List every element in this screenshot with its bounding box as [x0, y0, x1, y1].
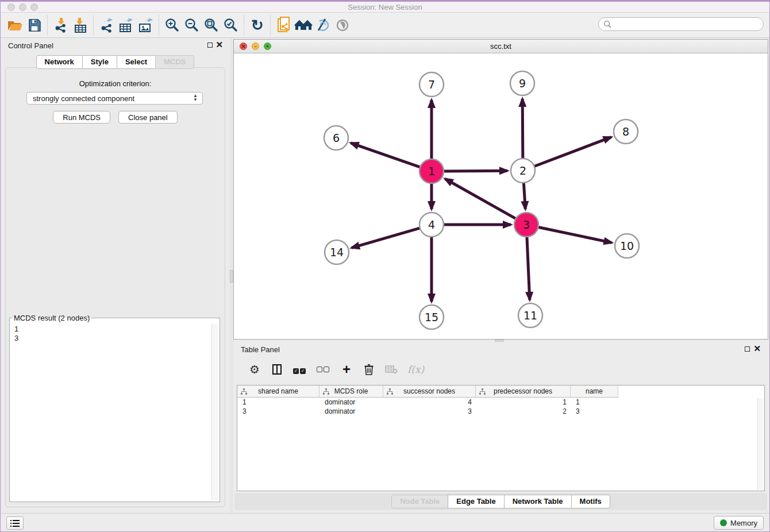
tab-style[interactable]: Style: [82, 55, 117, 69]
import-table-icon: [73, 17, 88, 33]
table-scrollbar[interactable]: [757, 398, 764, 490]
network-graph-canvas[interactable]: 7968124314101511: [234, 53, 768, 339]
deselect-all-button[interactable]: [317, 363, 330, 376]
graph-node-11[interactable]: 11: [518, 303, 542, 327]
graph-edge-1-2[interactable]: [442, 171, 507, 171]
graph-node-10[interactable]: 10: [615, 234, 639, 258]
control-panel: Control Panel ✕ Network Style Select MCD…: [1, 38, 230, 513]
zoom-in-button[interactable]: [163, 16, 182, 35]
hierarchy-icon: [387, 388, 393, 395]
run-mcds-button[interactable]: Run MCDS: [53, 111, 110, 124]
tab-node-table[interactable]: Node Table: [391, 495, 448, 508]
zoom-selected-icon: [223, 17, 239, 33]
mcds-result-text[interactable]: 1 3: [11, 323, 218, 500]
open-session-button[interactable]: [5, 16, 25, 35]
result-scrollbar[interactable]: [211, 323, 218, 500]
show-columns-button[interactable]: [271, 363, 283, 376]
graph-node-15[interactable]: 15: [419, 305, 444, 329]
close-panel-icon[interactable]: ✕: [215, 40, 223, 50]
cell-successor-nodes[interactable]: 4: [383, 398, 476, 407]
graph-edge-1-6[interactable]: [351, 143, 421, 168]
graph-node-label: 4: [428, 218, 435, 231]
cell-mcds-role[interactable]: dominator: [319, 407, 383, 416]
tab-motifs[interactable]: Motifs: [571, 495, 610, 508]
column-header-mcds-role[interactable]: MCDS role: [319, 385, 383, 398]
tab-network-table[interactable]: Network Table: [504, 495, 572, 508]
graph-edge-3-11[interactable]: [527, 236, 530, 300]
delete-table-icon: [385, 365, 398, 374]
graph-edge-3-10[interactable]: [537, 227, 612, 242]
float-table-panel-icon[interactable]: [745, 346, 750, 352]
hide-panels-button[interactable]: [313, 16, 333, 35]
export-network-button[interactable]: [97, 16, 117, 35]
export-table-button[interactable]: [117, 16, 136, 35]
import-network-button[interactable]: [51, 16, 71, 35]
show-panels-button[interactable]: [333, 16, 352, 35]
graph-node-3[interactable]: 3: [514, 213, 538, 237]
graph-node-6[interactable]: 6: [324, 126, 348, 150]
function-builder-button[interactable]: f(x): [407, 363, 424, 376]
cell-successor-nodes[interactable]: 3: [383, 407, 476, 416]
tab-select[interactable]: Select: [117, 55, 156, 69]
zoom-fit-button[interactable]: [202, 16, 221, 35]
column-header-predecessor-nodes[interactable]: predecessor nodes: [476, 385, 571, 398]
add-column-button[interactable]: +: [340, 363, 353, 376]
graph-node-2[interactable]: 2: [511, 159, 535, 183]
task-history-button[interactable]: [6, 516, 24, 530]
close-panel-button[interactable]: Close panel: [118, 111, 178, 124]
column-header-successor-nodes[interactable]: successor nodes: [383, 385, 476, 398]
cell-predecessor-nodes[interactable]: 1: [476, 398, 571, 407]
tab-network[interactable]: Network: [36, 55, 83, 69]
column-header-shared-name[interactable]: shared name: [237, 385, 319, 398]
tab-mcds[interactable]: MCDS: [155, 55, 194, 69]
import-table-button[interactable]: [71, 16, 90, 35]
column-header-name[interactable]: name: [571, 385, 618, 398]
close-table-panel-icon[interactable]: ✕: [753, 344, 761, 354]
zoom-selected-button[interactable]: [221, 16, 241, 35]
zoom-out-button[interactable]: [182, 16, 202, 35]
cell-name[interactable]: 1: [571, 398, 618, 407]
table-tabs-bar: Node Table Edge Table Network Table Moti…: [234, 493, 767, 510]
search-box[interactable]: [598, 17, 764, 31]
graph-node-1[interactable]: 1: [419, 159, 444, 183]
export-image-button[interactable]: [136, 16, 156, 35]
graph-node-8[interactable]: 8: [614, 119, 638, 144]
graph-edge-2-9[interactable]: [522, 99, 523, 160]
toolbar-separator: [159, 16, 160, 35]
table-row[interactable]: 3 dominator 3 2 3: [237, 407, 764, 416]
table-settings-button[interactable]: ⚙: [248, 363, 261, 376]
cell-mcds-role[interactable]: dominator: [319, 398, 383, 407]
toolbar-separator: [93, 16, 94, 35]
cell-shared-name[interactable]: 3: [237, 407, 319, 416]
graph-node-4[interactable]: 4: [419, 213, 444, 237]
table-row[interactable]: 1 dominator 4 1 1: [237, 398, 764, 407]
graph-edge-4-14[interactable]: [352, 228, 421, 248]
criterion-select[interactable]: strongly connected component ▲▼: [26, 92, 203, 105]
table-panel-title: Table Panel: [241, 345, 280, 354]
memory-button[interactable]: Memory: [714, 516, 764, 530]
refresh-layout-button[interactable]: ↻: [248, 16, 267, 35]
graph-node-9[interactable]: 9: [510, 71, 534, 95]
select-all-button[interactable]: ✓✓: [293, 363, 307, 376]
delete-column-button[interactable]: [363, 363, 375, 376]
search-input[interactable]: [614, 20, 763, 29]
tab-edge-table[interactable]: Edge Table: [448, 495, 504, 508]
graph-edge-3-1[interactable]: [445, 179, 517, 219]
cell-predecessor-nodes[interactable]: 2: [476, 407, 571, 416]
graph-edge-2-8[interactable]: [533, 137, 611, 167]
delete-table-button[interactable]: [385, 363, 398, 376]
new-network-button[interactable]: [274, 16, 294, 35]
hierarchy-icon: [479, 388, 486, 395]
graph-edge-2-3[interactable]: [523, 182, 525, 209]
cell-shared-name[interactable]: 1: [237, 398, 319, 407]
graph-node-label: 11: [523, 309, 537, 322]
float-panel-icon[interactable]: [207, 43, 213, 48]
zoom-out-icon: [184, 17, 200, 33]
graph-node-14[interactable]: 14: [325, 240, 349, 264]
graph-node-7[interactable]: 7: [419, 72, 444, 97]
save-session-button[interactable]: [25, 16, 44, 35]
new-network-icon: [276, 17, 291, 34]
window-titlebar: Session: New Session: [1, 0, 769, 13]
home-button[interactable]: [294, 16, 313, 35]
cell-name[interactable]: 3: [571, 407, 618, 416]
